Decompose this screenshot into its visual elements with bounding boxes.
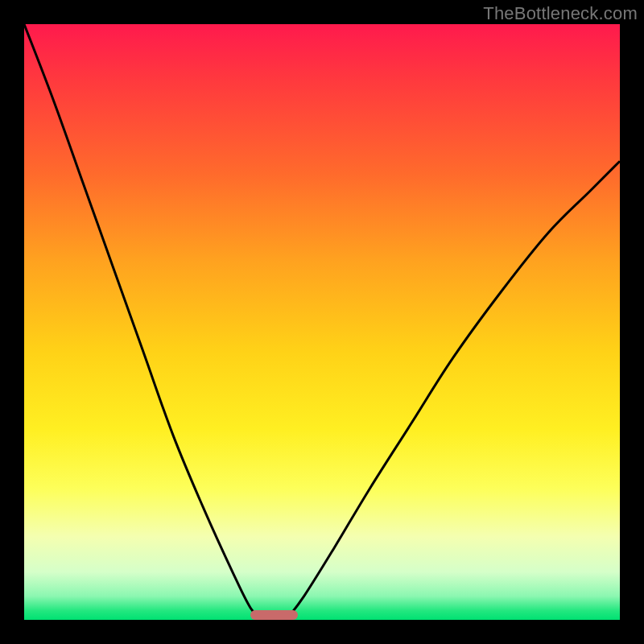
chart-frame: TheBottleneck.com <box>0 0 644 644</box>
optimal-marker <box>250 610 298 620</box>
curve-left-branch <box>24 24 262 620</box>
curve-right-branch <box>287 161 620 620</box>
watermark-text: TheBottleneck.com <box>483 3 638 24</box>
curve-layer <box>24 24 620 620</box>
plot-area <box>24 24 620 620</box>
